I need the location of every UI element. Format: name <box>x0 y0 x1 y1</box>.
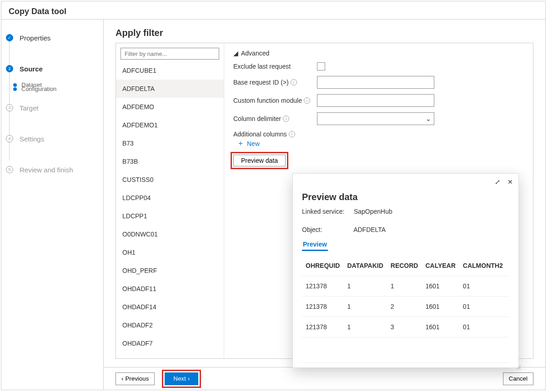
dataset-item[interactable]: ADFDEMO1 <box>116 116 224 134</box>
dataset-item[interactable]: ADFCUBE1 <box>116 61 224 80</box>
table-cell: 01 <box>459 317 507 337</box>
step-label: Target <box>20 104 39 112</box>
preview-table: OHREQUIDDATAPAKIDRECORDCALYEARCALMONTH2/… <box>302 256 509 337</box>
info-icon[interactable]: i <box>304 97 310 104</box>
dataset-list: ADFCUBE1ADFDELTAADFDEMOADFDEMO1B73B73BCU… <box>116 61 224 358</box>
linked-service-value: SapOpenHub <box>354 208 392 215</box>
object-value: ADFDELTA <box>353 226 386 233</box>
step-properties[interactable]: ✓ Properties <box>6 29 103 47</box>
table-row: 12137811160101CH02 <box>302 276 509 297</box>
plus-icon: ＋ <box>237 139 244 148</box>
table-cell: 1601 <box>422 276 459 297</box>
preview-data-popup: ⤢ ✕ Preview data Linked service: SapOpen… <box>292 173 519 368</box>
table-cell: CH02 <box>507 276 509 297</box>
chevron-down-icon: ⌄ <box>426 115 431 122</box>
step-number-icon: 5 <box>6 166 13 173</box>
preview-data-button[interactable]: Preview data <box>233 155 286 166</box>
dataset-item[interactable]: LDCPP04 <box>116 189 224 207</box>
step-label: Source <box>20 65 43 73</box>
table-cell: CH04 <box>507 317 509 337</box>
tab-preview[interactable]: Preview <box>302 239 328 251</box>
filter-input[interactable] <box>121 48 219 60</box>
collapse-icon: ◢ <box>233 50 238 57</box>
advanced-label: Advanced <box>241 50 269 57</box>
table-cell: 1601 <box>422 297 459 317</box>
chevron-left-icon: ‹ <box>121 375 123 382</box>
base-request-label: Base request ID (>) i <box>233 79 317 86</box>
cancel-button[interactable]: Cancel <box>503 372 534 385</box>
table-cell: 1 <box>387 276 422 297</box>
exclude-last-label: Exclude last request <box>233 63 317 70</box>
table-cell: 121378 <box>302 276 343 297</box>
step-source[interactable]: 2 Source <box>6 60 103 78</box>
dataset-item[interactable]: LDCPP1 <box>116 207 224 225</box>
table-cell: 1601 <box>422 317 459 337</box>
linked-service-label: Linked service: <box>302 208 352 215</box>
resize-grip-icon[interactable] <box>515 364 521 370</box>
table-row: 12137812160101CH02 <box>302 297 509 317</box>
step-target[interactable]: 3 Target <box>6 99 103 117</box>
dataset-item[interactable]: ADFDEMO <box>116 98 224 116</box>
step-number-icon: 2 <box>6 65 13 72</box>
dataset-item[interactable]: O0DNWC01 <box>116 225 224 243</box>
dataset-item[interactable]: B73 <box>116 134 224 152</box>
table-cell: 3 <box>387 317 422 337</box>
table-cell: 01 <box>459 297 507 317</box>
next-label: Next <box>173 375 186 382</box>
custom-function-input[interactable] <box>317 94 434 107</box>
table-header: CALMONTH2 <box>459 256 507 276</box>
dataset-item[interactable]: CUSTISS0 <box>116 171 224 189</box>
base-request-input[interactable] <box>317 76 434 89</box>
column-delimiter-label: Column delimiter i <box>233 115 317 122</box>
step-number-icon: 4 <box>6 135 13 142</box>
additional-columns-label: Additional columns i <box>233 131 317 138</box>
dataset-item[interactable]: OHDADF11 <box>116 280 224 298</box>
info-icon[interactable]: i <box>291 79 297 85</box>
add-column-button[interactable]: ＋ New <box>237 139 533 148</box>
dataset-item[interactable]: B73B <box>116 152 224 171</box>
exclude-last-checkbox[interactable] <box>317 62 325 70</box>
dataset-item[interactable]: OHDADF7 <box>116 334 224 352</box>
dataset-item[interactable]: OHDADF2 <box>116 316 224 334</box>
expand-icon[interactable]: ⤢ <box>495 178 500 186</box>
table-cell: 121378 <box>302 297 343 317</box>
table-header: OHREQUID <box>302 256 343 276</box>
object-label: Object: <box>302 226 352 233</box>
info-icon[interactable]: i <box>289 131 295 137</box>
dataset-item[interactable]: OH1 <box>116 243 224 261</box>
table-cell: 1 <box>343 276 387 297</box>
step-label: Settings <box>20 135 44 143</box>
svg-line-2 <box>520 369 521 370</box>
new-label: New <box>247 140 260 147</box>
chevron-right-icon: › <box>188 375 190 382</box>
step-label: Review and finish <box>20 166 73 174</box>
dataset-item[interactable]: OHD_PERF <box>116 261 224 280</box>
substep-configuration[interactable]: Configuration <box>21 85 103 92</box>
previous-button[interactable]: ‹ Previous <box>116 372 155 385</box>
check-icon: ✓ <box>6 34 13 41</box>
previous-label: Previous <box>125 375 149 382</box>
table-header: /BIC/P <box>507 256 509 276</box>
step-label: Properties <box>20 34 50 42</box>
wizard-steps: ✓ Properties 2 Source Dataset Configurat… <box>1 20 104 390</box>
close-icon[interactable]: ✕ <box>508 178 513 186</box>
next-button[interactable]: Next › <box>165 372 198 385</box>
table-header: RECORD <box>387 256 422 276</box>
table-cell: 2 <box>387 297 422 317</box>
table-cell: 121378 <box>302 317 343 337</box>
dataset-item[interactable]: OHDADF14 <box>116 298 224 316</box>
advanced-toggle[interactable]: ◢ Advanced <box>233 50 533 57</box>
step-settings[interactable]: 4 Settings <box>6 130 103 148</box>
dataset-item[interactable]: ADFDELTA <box>116 80 224 98</box>
info-icon[interactable]: i <box>283 116 289 122</box>
window-title: Copy Data tool <box>1 1 545 19</box>
table-cell: 1 <box>343 317 387 337</box>
popup-title: Preview data <box>302 192 509 202</box>
table-cell: CH02 <box>507 297 509 317</box>
step-review[interactable]: 5 Review and finish <box>6 161 103 179</box>
column-delimiter-select[interactable]: ⌄ <box>317 112 434 125</box>
table-header: CALYEAR <box>422 256 459 276</box>
page-title: Apply filter <box>104 20 545 43</box>
custom-function-label: Custom function module i <box>233 97 317 104</box>
table-header: DATAPAKID <box>343 256 387 276</box>
